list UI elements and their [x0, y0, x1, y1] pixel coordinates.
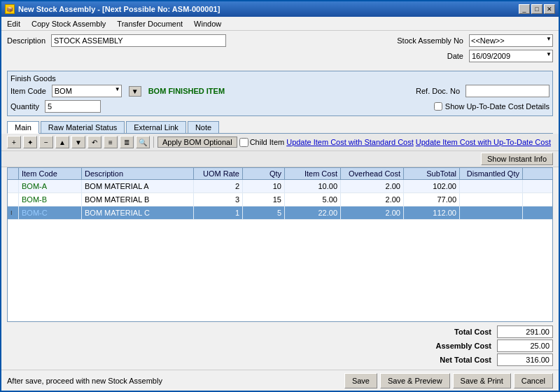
date-row: Date: [7, 50, 553, 62]
menu-window[interactable]: Window: [192, 19, 223, 29]
save-preview-button[interactable]: Save & Preview: [380, 373, 450, 388]
item-code-label: Item Code: [10, 87, 46, 95]
cell-item-code-1[interactable]: BOM-A: [19, 180, 82, 192]
cell-description-1[interactable]: BOM MATERIAL A: [82, 180, 194, 192]
maximize-button[interactable]: □: [531, 4, 542, 14]
show-instant-info-button[interactable]: Show Instant Info: [481, 153, 553, 165]
col-uom-rate: UOM Rate: [194, 168, 243, 179]
quantity-input[interactable]: [45, 100, 101, 113]
cell-dismantled-2: [460, 193, 523, 206]
item-description: BOM FINISHED ITEM: [148, 87, 225, 95]
toolbar: + ✦ − ▲ ▼ ↶ ≡ ≣ 🔍 Apply BOM Optional Chi…: [1, 134, 559, 151]
ref-doc-input[interactable]: [465, 85, 550, 97]
child-item-checkbox[interactable]: [239, 138, 248, 147]
show-cost-checkbox[interactable]: [434, 102, 442, 111]
net-total-cost-row: Net Total Cost 316.00: [421, 354, 553, 366]
save-print-button[interactable]: Save & Print: [453, 373, 511, 388]
cell-uom-2[interactable]: 3: [194, 193, 243, 206]
col-description: Description: [82, 168, 194, 179]
cell-indicator-2: [8, 193, 19, 206]
table-row[interactable]: I BOM-C BOM MATERIAL C 1 5 22.00 2.00 11…: [8, 206, 552, 220]
ref-doc-row: Ref. Doc. No: [416, 85, 550, 97]
move-down-button[interactable]: ▼: [71, 136, 85, 148]
menu-edit[interactable]: Edit: [5, 19, 22, 29]
cell-indicator-3: I: [8, 206, 19, 219]
quantity-row: Quantity Show Up-To-Date Cost Details: [10, 100, 550, 113]
item-code-input[interactable]: [52, 85, 122, 97]
tab-raw-material[interactable]: Raw Material Status: [41, 121, 125, 133]
col-item-code: Item Code: [19, 168, 82, 179]
table-row[interactable]: BOM-A BOM MATERIAL A 2 10 10.00 2.00 102…: [8, 180, 552, 193]
cell-description-2[interactable]: BOM MATERIAL B: [82, 193, 194, 206]
table-row[interactable]: BOM-B BOM MATERIAL B 3 15 5.00 2.00 77.0…: [8, 193, 552, 206]
totals-area: Total Cost 291.00 Assembly Cost 25.00 Ne…: [1, 322, 559, 370]
date-label: Date: [447, 52, 463, 60]
cell-qty-1[interactable]: 10: [243, 180, 285, 192]
update-std-cost-link[interactable]: Update Item Cost with Standard Cost: [286, 138, 414, 146]
tab-note[interactable]: Note: [188, 121, 219, 133]
cell-item-code-2[interactable]: BOM-B: [19, 193, 82, 206]
window-controls: _ □ ✕: [519, 4, 555, 14]
window-icon: 📦: [5, 4, 15, 14]
description-input[interactable]: [51, 34, 226, 47]
move-up-button[interactable]: ▲: [55, 136, 69, 148]
delete-row-button[interactable]: −: [39, 136, 53, 148]
description-row: Description Stock Assembly No <<New>>: [7, 34, 553, 47]
cell-item-cost-3[interactable]: 22.00: [285, 206, 341, 219]
save-button[interactable]: Save: [344, 373, 377, 388]
cell-indicator-1: [8, 180, 19, 192]
tab-bar: Main Raw Material Status External Link N…: [7, 121, 553, 134]
date-input[interactable]: [469, 50, 553, 62]
menu-transfer[interactable]: Transfer Document: [115, 19, 185, 29]
item-code-lookup-btn[interactable]: ▼: [129, 86, 141, 97]
cell-overhead-2[interactable]: 2.00: [341, 193, 404, 206]
col-overhead-cost: Overhead Cost: [341, 168, 404, 179]
apply-bom-button[interactable]: Apply BOM Optional: [158, 136, 237, 148]
finish-goods-row: Item Code ▼ BOM FINISHED ITEM Ref. Doc. …: [10, 85, 550, 97]
insert-row-button[interactable]: ✦: [23, 136, 37, 148]
quantity-label: Quantity: [10, 102, 39, 111]
cell-item-code-3[interactable]: BOM-C: [19, 206, 82, 219]
instant-info-row: Show Instant Info: [1, 151, 559, 167]
cell-description-3[interactable]: BOM MATERIAL C: [82, 206, 194, 219]
minimize-button[interactable]: _: [519, 4, 530, 14]
cell-qty-2[interactable]: 15: [243, 193, 285, 206]
total-cost-row: Total Cost 291.00: [421, 326, 553, 338]
tab-main[interactable]: Main: [7, 121, 39, 134]
undo-button[interactable]: ↶: [88, 136, 102, 148]
action-buttons: Save Save & Preview Save & Print Cancel: [344, 373, 553, 388]
tab-external-link[interactable]: External Link: [126, 121, 186, 133]
cancel-button[interactable]: Cancel: [514, 373, 553, 388]
cell-uom-1[interactable]: 2: [194, 180, 243, 192]
content-area: + ✦ − ▲ ▼ ↶ ≡ ≣ 🔍 Apply BOM Optional Chi…: [1, 134, 559, 370]
detail-view-button[interactable]: ≣: [120, 136, 134, 148]
close-button[interactable]: ✕: [544, 4, 555, 14]
cell-overhead-3[interactable]: 2.00: [341, 206, 404, 219]
show-cost-label: Show Up-To-Date Cost Details: [445, 102, 550, 111]
status-message: After save, proceed with new Stock Assem…: [7, 377, 162, 385]
cell-dismantled-3: [460, 206, 523, 219]
list-view-button[interactable]: ≡: [104, 136, 118, 148]
add-row-button[interactable]: +: [7, 136, 21, 148]
cell-subtotal-1[interactable]: 102.00: [404, 180, 460, 192]
update-uptodate-cost-link[interactable]: Update Item Cost with Up-To-Date Cost: [416, 138, 551, 146]
cell-qty-3[interactable]: 5: [243, 206, 285, 219]
finish-goods-section: Finish Goods Item Code ▼ BOM FINISHED IT…: [7, 71, 553, 116]
cell-subtotal-3[interactable]: 112.00: [404, 206, 460, 219]
assembly-cost-value: 25.00: [497, 340, 553, 352]
grid-header: Item Code Description UOM Rate Qty Item …: [8, 168, 552, 180]
stock-assembly-no-select[interactable]: <<New>>: [469, 34, 553, 47]
search-button[interactable]: 🔍: [136, 136, 150, 148]
cell-overhead-1[interactable]: 2.00: [341, 180, 404, 192]
cell-item-cost-2[interactable]: 5.00: [285, 193, 341, 206]
status-bar: After save, proceed with new Stock Assem…: [1, 370, 559, 391]
cell-dismantled-1: [460, 180, 523, 192]
separator-1: [153, 136, 154, 148]
finish-goods-title: Finish Goods: [10, 74, 550, 83]
cell-subtotal-2[interactable]: 77.00: [404, 193, 460, 206]
cell-item-cost-1[interactable]: 10.00: [285, 180, 341, 192]
item-code-wrapper: [52, 85, 122, 97]
cell-uom-3[interactable]: 1: [194, 206, 243, 219]
menu-copy-stock[interactable]: Copy Stock Assembly: [29, 19, 108, 29]
net-total-cost-value: 316.00: [497, 354, 553, 366]
